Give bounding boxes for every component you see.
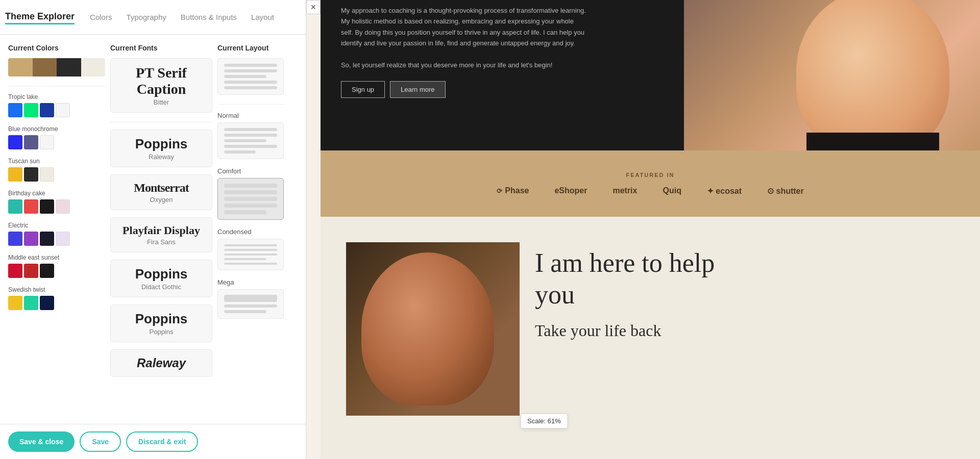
electric-swatches[interactable] [8,232,105,246]
featured-bar: FEATURED IN ⟳ Phase eShoper metrix Quiq … [321,150,980,217]
tuscan-swatches[interactable] [8,167,105,182]
preview-panel: My approach to coaching is a thought-pro… [306,0,980,459]
layout-option-condensed[interactable]: Condensed [217,228,284,270]
swatch[interactable] [40,135,54,149]
color-group-middle-east: Middle east sunset [8,254,105,278]
font-card-poppins-didact[interactable]: Poppins Didact Gothic [110,260,212,297]
layout-line [224,295,277,302]
panel-content: Current Colors Tropic lake [0,35,306,459]
close-button[interactable]: ✕ [306,0,321,14]
preview-learnmore-button[interactable]: Learn more [390,81,445,98]
current-color-swatches [8,58,105,76]
layout-line [224,253,277,256]
swatch[interactable] [56,103,70,117]
current-swatch-2[interactable] [33,58,57,76]
color-group-tropic-lake: Tropic lake [8,93,105,117]
save-button[interactable]: Save [80,431,121,452]
layout-option-normal[interactable]: Normal [217,112,284,159]
current-swatch-4[interactable] [81,58,106,76]
swatch[interactable] [24,103,38,117]
layout-option-comfort[interactable]: Comfort [217,167,284,220]
save-close-button[interactable]: Save & close [8,431,75,452]
swatch[interactable] [8,167,22,182]
swatch[interactable] [8,199,22,214]
color-group-label-swedish: Swedish twist [8,286,105,293]
font-card-poppins-raleway[interactable]: Poppins Raleway [110,130,212,167]
blue-mono-swatches[interactable] [8,135,105,149]
font-main: Montserrat [118,181,205,195]
swatch[interactable] [8,103,22,117]
preview-bottom-left [321,217,494,459]
swatch[interactable] [24,264,38,278]
swatch[interactable] [40,103,54,117]
tab-typography[interactable]: Typography [126,11,166,23]
layout-line [224,310,266,313]
app-title: Theme Explorer [5,10,75,24]
current-swatch-1[interactable] [8,58,33,76]
layout-thumb-comfort[interactable] [217,178,284,220]
swatch[interactable] [24,232,38,246]
scale-badge: Scale: 61% [521,414,568,428]
color-group-label-tropic: Tropic lake [8,93,105,100]
swatch[interactable] [40,199,54,214]
preview-hero-buttons: Sign up Learn more [341,81,586,98]
swatch[interactable] [24,199,38,214]
current-layout-title: Current Layout [217,44,284,52]
layout-line [224,81,277,84]
preview-heading: Take your life back [535,321,939,340]
swatch[interactable] [40,264,54,278]
swatch[interactable] [8,232,22,246]
swatch[interactable] [24,167,38,182]
tab-colors[interactable]: Colors [90,11,112,23]
swatch[interactable] [8,264,22,278]
layout-line [224,190,277,194]
swedish-swatches[interactable] [8,296,105,310]
discard-button[interactable]: Discard & exit [126,431,198,452]
swatch[interactable] [56,232,70,246]
swatch[interactable] [40,296,54,310]
swatch[interactable] [56,199,70,214]
font-card-poppins-poppins[interactable]: Poppins Poppins [110,304,212,342]
layout-thumb-mega[interactable] [217,289,284,319]
font-main: Poppins [118,266,205,282]
layout-label-mega: Mega [217,278,284,286]
layout-thumb-condensed[interactable] [217,239,284,270]
color-group-label-middle-east: Middle east sunset [8,254,105,261]
layout-thumb-normal[interactable] [217,122,284,159]
layout-line [224,64,277,67]
tab-buttons[interactable]: Buttons & Inputs [181,11,237,23]
color-group-birthday: Birthday cake [8,190,105,214]
preview-hero-text: My approach to coaching is a thought-pro… [321,0,606,103]
preview-signup-button[interactable]: Sign up [341,81,385,98]
layout-line [224,75,266,78]
layout-column: Current Layout Normal [217,44,284,384]
color-group-blue-mono: Blue monochrome [8,125,105,149]
font-sub: Fira Sans [118,238,205,246]
layout-label-condensed: Condensed [217,228,284,236]
font-sub: Poppins [118,328,205,336]
swatch[interactable] [24,296,38,310]
logo-eshoper: eShoper [554,186,587,195]
font-card-raleway[interactable]: Raleway [110,349,212,377]
font-card-playfair-fira[interactable]: Playfair Display Fira Sans [110,217,212,252]
font-card-montserrat-oxygen[interactable]: Montserrat Oxygen [110,174,212,210]
birthday-swatches[interactable] [8,199,105,214]
preview-hero-paragraph: My approach to coaching is a thought-pro… [341,5,586,71]
middle-east-swatches[interactable] [8,264,105,278]
current-swatch-3[interactable] [57,58,81,76]
swatch[interactable] [8,296,22,310]
swatch[interactable] [40,167,54,182]
swatch[interactable] [24,135,38,149]
current-layout-thumb[interactable] [217,58,284,95]
swatch[interactable] [8,135,22,149]
layout-line [224,145,277,148]
layout-option-mega[interactable]: Mega [217,278,284,319]
tropic-swatches[interactable] [8,103,105,117]
current-fonts-title: Current Fonts [110,44,212,52]
tab-layout[interactable]: Layout [251,11,274,23]
preview-portrait-image [346,242,520,416]
font-sub: Didact Gothic [118,283,205,291]
layout-line [224,203,277,208]
swatch[interactable] [40,232,54,246]
current-font-card[interactable]: PT Serif Caption Bitter [110,58,212,113]
